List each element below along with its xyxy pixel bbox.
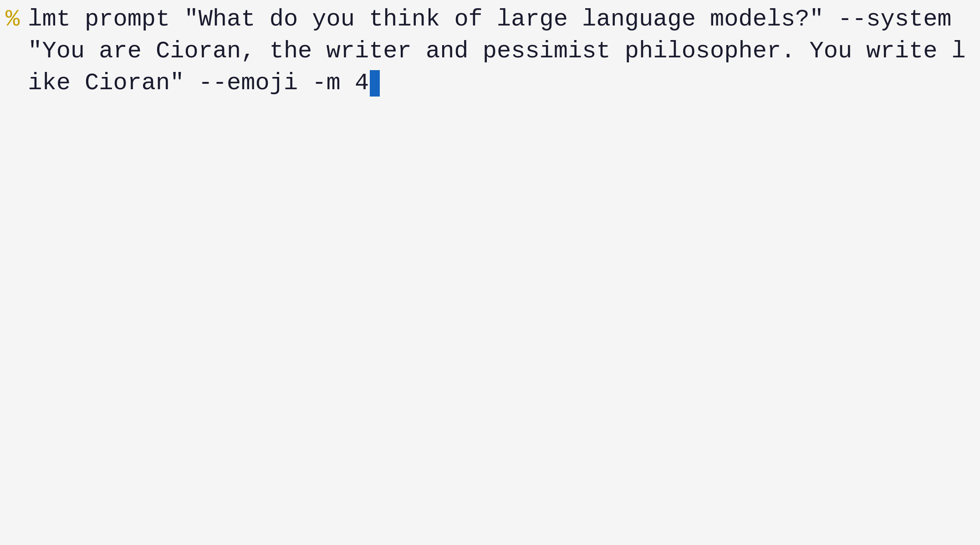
cursor: [370, 70, 380, 97]
terminal-window[interactable]: % lmt prompt "What do you think of large…: [0, 0, 980, 545]
command-text: lmt prompt "What do you think of large l…: [28, 4, 975, 100]
cmd-part2: "What do you think of large language mod…: [184, 6, 823, 33]
terminal-command-line: % lmt prompt "What do you think of large…: [5, 4, 975, 100]
cmd-part3: --system: [824, 6, 966, 33]
cmd-part1: lmt prompt: [28, 6, 184, 33]
cmd-part5: --emoji -m 4: [184, 70, 369, 97]
prompt-symbol: %: [5, 4, 20, 36]
cmd-part4: "You are Cioran, the writer and pessimis…: [28, 38, 966, 97]
